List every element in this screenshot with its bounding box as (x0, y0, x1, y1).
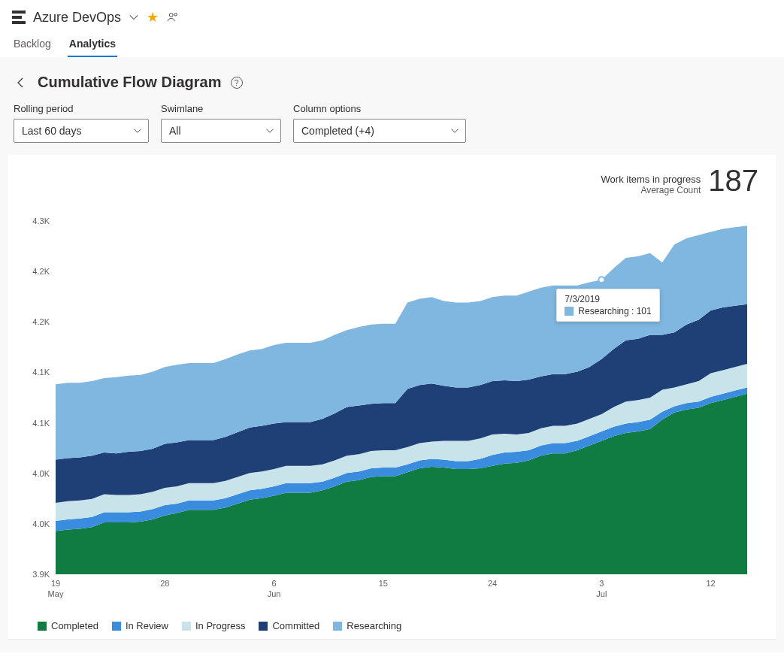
chevron-down-icon (450, 126, 459, 135)
back-button[interactable] (14, 75, 29, 90)
svg-text:May: May (48, 589, 64, 598)
svg-text:4.0K: 4.0K (32, 519, 50, 528)
kpi-title: Work items in progress (601, 174, 701, 185)
svg-text:24: 24 (488, 579, 497, 588)
rolling-period-value: Last 60 days (22, 125, 81, 137)
legend-label: In Progress (195, 620, 245, 631)
svg-text:19: 19 (51, 579, 60, 588)
svg-text:Jul: Jul (596, 589, 607, 598)
column-options-value: Completed (+4) (301, 125, 374, 137)
filter-label-rolling-period: Rolling period (14, 103, 149, 114)
tooltip-swatch (565, 307, 574, 316)
legend-swatch (333, 622, 342, 631)
svg-text:4.1K: 4.1K (32, 368, 50, 377)
app-switcher-icon[interactable] (12, 11, 26, 24)
tooltip-text: Researching : 101 (578, 306, 651, 316)
legend-swatch (112, 622, 121, 631)
legend-item[interactable]: In Progress (182, 620, 245, 631)
filter-label-swimlane: Swimlane (161, 103, 281, 114)
filter-label-column-options: Column options (293, 103, 466, 114)
chevron-down-icon (133, 126, 142, 135)
tab-backlog[interactable]: Backlog (12, 32, 53, 57)
star-icon[interactable]: ★ (147, 9, 159, 26)
svg-text:12: 12 (706, 579, 715, 588)
svg-text:4.1K: 4.1K (32, 419, 50, 428)
chart-legend: CompletedIn ReviewIn ProgressCommittedRe… (18, 614, 766, 631)
svg-text:4.0K: 4.0K (32, 469, 50, 478)
tab-analytics[interactable]: Analytics (68, 32, 117, 57)
legend-item[interactable]: In Review (112, 620, 168, 631)
app-title: Azure DevOps (33, 10, 121, 26)
legend-label: Researching (347, 620, 401, 631)
page-title: Cumulative Flow Diagram (38, 74, 222, 91)
tabbar: BacklogAnalytics (0, 32, 784, 57)
legend-item[interactable]: Completed (38, 620, 98, 631)
svg-text:6: 6 (271, 579, 276, 588)
legend-swatch (259, 622, 268, 631)
legend-swatch (38, 622, 47, 631)
cumulative-flow-chart[interactable]: 3.9K4.0K4.0K4.1K4.1K4.2K4.2K4.3K19May286… (18, 191, 755, 612)
svg-text:4.2K: 4.2K (32, 267, 50, 276)
swimlane-select[interactable]: All (161, 119, 281, 143)
chart-tooltip-marker (598, 277, 604, 283)
chevron-down-icon (265, 126, 274, 135)
legend-label: Committed (272, 620, 319, 631)
svg-text:15: 15 (379, 579, 388, 588)
svg-text:Jun: Jun (268, 589, 281, 598)
svg-point-0 (169, 14, 173, 17)
legend-label: In Review (126, 620, 168, 631)
svg-text:3.9K: 3.9K (32, 570, 50, 579)
legend-item[interactable]: Committed (259, 620, 319, 631)
column-options-select[interactable]: Completed (+4) (293, 119, 466, 143)
svg-text:28: 28 (160, 579, 169, 588)
svg-text:3: 3 (599, 579, 604, 588)
legend-item[interactable]: Researching (333, 620, 401, 631)
chevron-down-icon[interactable] (129, 12, 139, 23)
svg-text:4.2K: 4.2K (32, 317, 50, 326)
legend-label: Completed (51, 620, 98, 631)
tooltip-date: 7/3/2019 (565, 294, 651, 304)
chart-tooltip: 7/3/2019 Researching : 101 (556, 289, 659, 322)
rolling-period-select[interactable]: Last 60 days (14, 119, 149, 143)
svg-point-1 (174, 14, 177, 16)
svg-text:4.3K: 4.3K (32, 216, 50, 226)
help-icon[interactable]: ? (231, 77, 243, 89)
swimlane-value: All (169, 125, 181, 137)
team-members-icon[interactable] (166, 11, 180, 24)
legend-swatch (182, 622, 191, 631)
